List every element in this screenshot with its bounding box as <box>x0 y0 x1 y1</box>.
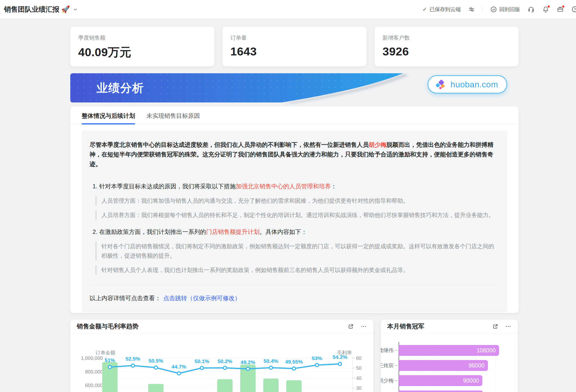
sales-trend-card: 销售金额与毛利率趋势 1,000,000800,000600,000605040… <box>70 320 373 392</box>
help-button[interactable]: ? <box>571 6 576 13</box>
data-point <box>292 367 296 370</box>
data-point-label: 54.2% <box>333 354 347 360</box>
data-point-label: 51% <box>105 357 115 363</box>
huoban-logo-icon <box>434 78 447 90</box>
data-point <box>177 372 181 375</box>
highlight-red-text: 胡少梅 <box>369 141 386 148</box>
top-sellers-card: 本月销售冠军 龚继伟108000王炜宸96000胡少梅90000 <box>381 320 518 392</box>
more-options-icon[interactable] <box>360 323 367 330</box>
data-point <box>108 365 112 369</box>
open-in-new-icon[interactable] <box>348 323 354 330</box>
data-point-label: 50.5% <box>148 358 163 363</box>
right-tick-label: 30 <box>356 385 361 391</box>
data-point-label: 52.5% <box>125 356 140 362</box>
workspace-badge <box>562 5 565 8</box>
headset-icon <box>527 6 535 13</box>
report-list: 1. 针对本季度目标未达成的原因，我们将采取以下措施加强北京销售中心的人员管理和… <box>89 182 499 275</box>
highlight-red-text: 加强北京销售中心的人员管理和培养 <box>236 183 331 190</box>
stat-card-quarter-sales: 季度销售额 40.09万元 <box>70 27 214 66</box>
stat-value: 40.09万元 <box>78 45 206 60</box>
more-options-icon[interactable] <box>505 323 511 330</box>
highlight-red-text: 门店销售额提升计划 <box>206 228 259 235</box>
data-point <box>269 366 273 369</box>
stat-value: 3926 <box>382 45 511 58</box>
report-body: 尽管本季度北京销售中心的目标达成进度较差，但我们在人员异动的不利影响下，依然有一… <box>82 130 507 312</box>
saved-status-label: 已保存到云端 <box>430 6 461 13</box>
chart-title: 销售金额与毛利率趋势 <box>77 322 139 330</box>
data-point <box>154 366 158 369</box>
top-sellers-chart: 龚继伟108000王炜宸96000胡少梅90000 <box>381 333 518 392</box>
stat-label: 订单量 <box>230 34 359 42</box>
data-point-label: 49.2% <box>240 359 255 365</box>
notifications-button[interactable] <box>542 6 549 13</box>
data-point <box>316 363 319 367</box>
huoban-logo-text: huoban.com <box>451 80 498 89</box>
check-icon: ✓ <box>423 6 427 13</box>
support-button[interactable] <box>527 6 535 13</box>
data-point <box>246 367 250 370</box>
left-tick-label: 800,000 <box>85 369 103 374</box>
text-segment: 1. 针对本季度目标未达成的原因，我们将采取以下措施 <box>92 183 236 190</box>
quote-block: 人员培养方面：我们将根据每个销售人员的特长和不足，制定个性化的培训计划。通过培训… <box>95 210 499 220</box>
data-point-label: 44.7% <box>172 364 186 369</box>
stat-label: 季度销售额 <box>78 34 206 42</box>
report-tabs: 整体情况与后续计划 未实现销售目标原因 <box>70 106 518 124</box>
section-banner: 业绩分析 huoban.com <box>70 73 518 102</box>
sales-bar-value: 96000 <box>469 362 485 369</box>
data-point <box>223 366 227 369</box>
stat-value: 1643 <box>230 45 359 58</box>
data-point <box>131 364 135 367</box>
text-segment: 尽管本季度北京销售中心的目标达成进度较差，但我们在人员异动的不利影响下，依然有一… <box>89 141 369 148</box>
sliders-icon[interactable] <box>468 6 475 13</box>
order-amount-bar <box>217 379 232 392</box>
back-to-old-version-button[interactable]: ⇄ 回到旧版 <box>490 6 520 13</box>
quote-block: 人员管理方面：我们将加强与销售人员的沟通与交流，充分了解他们的需求和困难，为他们… <box>95 196 499 205</box>
seller-name-label: 胡少梅 <box>381 378 394 383</box>
notification-badge <box>547 5 550 8</box>
data-point-label: 50.1% <box>195 358 209 364</box>
list-item-title: 2. 在激励政策方面，我们计划推出一系列的门店销售额提升计划。具体内容如下： <box>92 227 499 237</box>
workspace-button[interactable] <box>557 6 564 13</box>
order-amount-bar <box>148 384 164 392</box>
left-tick-label: 600,000 <box>85 383 103 388</box>
seller-name-label: 王炜宸 <box>381 362 394 368</box>
tab-overall-plan[interactable]: 整体情况与后续计划 <box>82 112 135 124</box>
data-point <box>201 366 204 369</box>
report-card: 整体情况与后续计划 未实现销售目标原因 尽管本季度北京销售中心的目标达成进度较差… <box>70 106 518 313</box>
data-point-label: 50.4% <box>263 358 278 364</box>
jump-link[interactable]: 点击跳转（仅做示例可修改） <box>163 294 240 302</box>
seller-name-label: 龚继伟 <box>381 347 394 353</box>
order-amount-bar <box>286 380 302 392</box>
right-tick-label: 40 <box>356 375 361 381</box>
saved-status: ✓ 已保存到云端 <box>423 6 461 13</box>
quote-block: 针对各个门店的销售额情况，我们将制定不同的激励政策，例如销售额达到一定额度的门店… <box>95 241 499 260</box>
chart-title: 本月销售冠军 <box>387 322 424 330</box>
report-intro: 尽管本季度北京销售中心的目标达成进度较差，但我们在人员异动的不利影响下，依然有一… <box>89 140 499 169</box>
document-title-dropdown[interactable]: 销售团队业绩汇报 🚀 <box>4 5 78 14</box>
text-segment: ： <box>331 183 337 190</box>
data-point-label: 50.2% <box>217 358 232 364</box>
chevron-down-icon[interactable] <box>72 6 78 12</box>
huoban-logo-link[interactable]: huoban.com <box>428 75 507 93</box>
banner-title: 业绩分析 <box>96 80 144 96</box>
text-segment: 。具体内容如下： <box>259 228 307 235</box>
order-amount-bar <box>263 379 279 392</box>
text-segment: 2. 在激励政策方面，我们计划推出一系列的 <box>92 228 206 235</box>
tab-unmet-target-reasons[interactable]: 未实现销售目标原因 <box>146 112 200 124</box>
right-tick-label: 60 <box>356 355 361 361</box>
footer-label: 以上内容详情可点击查看： <box>89 294 161 302</box>
data-point-label: 53% <box>312 355 322 361</box>
data-point <box>339 362 342 365</box>
right-tick-label: 50 <box>356 365 361 371</box>
svg-text:?: ? <box>574 7 576 11</box>
restore-version-icon: ⇄ <box>490 6 497 13</box>
stat-card-orders: 订单量 1643 <box>222 27 366 66</box>
sales-bar-value: 108000 <box>477 347 496 354</box>
left-axis-name: 订单金额 <box>95 350 115 355</box>
top-bar: 销售团队业绩汇报 🚀 ✓ 已保存到云端 ⇄ 回到旧版 <box>0 0 576 19</box>
left-tick-label: 1,000,000 <box>81 355 103 361</box>
list-item-title: 1. 针对本季度目标未达成的原因，我们将采取以下措施加强北京销售中心的人员管理和… <box>92 182 499 191</box>
divider <box>89 285 499 285</box>
open-in-new-icon[interactable] <box>492 323 499 330</box>
sales-bar-partial <box>399 391 483 392</box>
